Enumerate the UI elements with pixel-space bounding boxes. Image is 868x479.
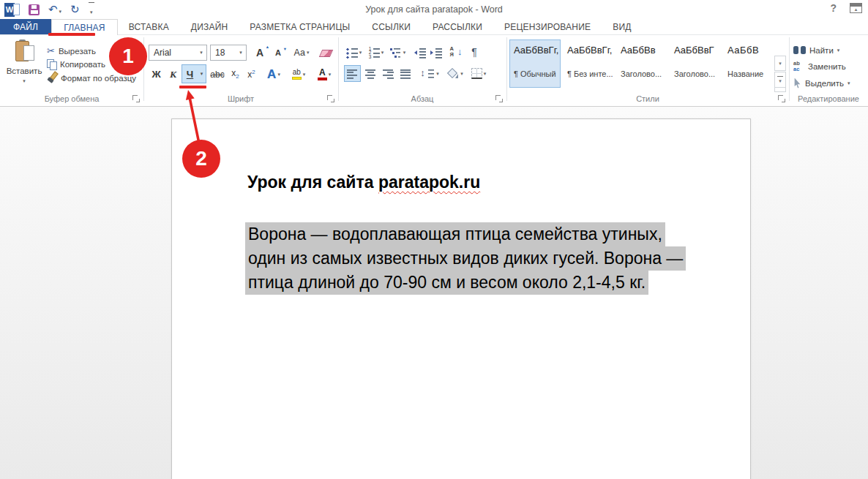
style-title[interactable]: АаБбВ Название — [723, 39, 771, 88]
tab-page-layout[interactable]: РАЗМЕТКА СТРАНИЦЫ — [239, 19, 361, 34]
document-page[interactable]: Урок для сайта paratapok.ru Ворона — вод… — [171, 118, 751, 479]
subscript-button[interactable]: x2 — [228, 66, 243, 83]
line-spacing-button[interactable]: ↕ ▾ — [419, 65, 441, 82]
customize-qat-button[interactable]: ▾ — [89, 2, 94, 17]
font-size-combobox[interactable]: 18 ▾ — [210, 45, 247, 61]
clear-formatting-button[interactable] — [318, 44, 334, 61]
sort-icon: А Я↓ — [450, 46, 463, 58]
cut-button[interactable]: ✂ Вырезать — [47, 45, 96, 57]
align-right-button[interactable] — [380, 65, 397, 82]
styles-scroll-down-icon[interactable]: ▾ — [774, 56, 786, 71]
save-icon[interactable] — [29, 4, 40, 15]
group-editing: Найти ▾ ab ac Заменить Выделить ▾ Редакт… — [789, 35, 868, 106]
text-highlight-button[interactable]: ab ▾ — [287, 66, 310, 83]
selected-paragraph[interactable]: Ворона — водоплавающая птица семейства у… — [248, 222, 750, 295]
justify-icon — [400, 68, 411, 79]
strikethrough-button[interactable]: abc — [208, 66, 227, 83]
ribbon-display-options-icon[interactable]: ▴ — [850, 3, 862, 13]
paragraph-dialog-launcher-icon[interactable] — [495, 95, 503, 102]
paste-dropdown-icon[interactable]: ▾ — [23, 78, 26, 83]
tab-file[interactable]: ФАЙЛ — [0, 19, 51, 34]
format-painter-button[interactable]: Формат по образцу — [47, 72, 136, 84]
align-center-icon — [365, 68, 376, 79]
replace-icon: ab ac — [793, 61, 804, 72]
replace-button[interactable]: ab ac Заменить — [793, 60, 846, 72]
multilevel-list-button[interactable]: ▾ — [388, 45, 408, 60]
bold-button[interactable]: Ж — [149, 66, 164, 83]
font-color-button[interactable]: А ▾ — [313, 66, 336, 83]
bullets-button[interactable]: ▾ — [344, 45, 364, 60]
word-logo-icon: W — [4, 3, 20, 17]
align-right-icon — [383, 68, 394, 79]
paint-bucket-icon — [447, 68, 459, 79]
underline-button[interactable]: Ч ▾ — [182, 64, 206, 83]
style-heading1[interactable]: АаБбВв Заголово... — [616, 39, 667, 88]
pilcrow-icon: ¶ — [471, 46, 477, 58]
paragraph-line[interactable]: птица длиной до 70-90 см и весом около 2… — [245, 271, 648, 295]
document-heading[interactable]: Урок для сайта paratapok.ru — [247, 173, 750, 192]
ribbon-tab-bar: ФАЙЛ ГЛАВНАЯ ВСТАВКА ДИЗАЙН РАЗМЕТКА СТР… — [0, 19, 868, 35]
styles-dialog-launcher-icon[interactable] — [778, 95, 785, 102]
sort-button[interactable]: А Я↓ — [448, 45, 464, 59]
ribbon: Вставить ▾ ✂ Вырезать Копировать Формат … — [0, 35, 868, 107]
font-dialog-launcher-icon[interactable] — [327, 95, 334, 102]
show-paragraph-marks-button[interactable]: ¶ — [467, 45, 482, 59]
styles-more-icon[interactable]: ▾ — [774, 72, 786, 88]
help-icon[interactable]: ? — [830, 2, 837, 14]
binoculars-icon — [793, 45, 806, 55]
text-effects-button[interactable]: А ▾ — [263, 66, 285, 83]
justify-button[interactable] — [397, 65, 414, 82]
numbering-button[interactable]: 1 2 3 ▾ — [366, 45, 386, 60]
shrink-font-button[interactable]: А▾ — [269, 44, 287, 61]
font-size-dropdown-icon[interactable]: ▾ — [236, 50, 246, 56]
window-title: Урок для сайта paratapok - Word — [0, 0, 868, 19]
copy-button[interactable]: Копировать — [47, 58, 105, 70]
find-button[interactable]: Найти ▾ — [793, 44, 839, 56]
document-area: Урок для сайта paratapok.ru Ворона — вод… — [0, 107, 868, 479]
undo-icon: ↶ — [48, 3, 58, 15]
paragraph-line[interactable]: Ворона — водоплавающая птица семейства у… — [245, 222, 665, 246]
italic-button[interactable]: К — [165, 66, 181, 83]
grow-font-button[interactable]: А▴ — [251, 44, 269, 61]
redo-icon[interactable]: ↻ — [70, 4, 80, 15]
change-case-button[interactable]: Aa▾ — [290, 44, 313, 61]
align-left-button[interactable] — [344, 65, 361, 82]
style-no-spacing[interactable]: АаБбВвГг, ¶ Без инте... — [563, 39, 614, 88]
tab-mailings[interactable]: РАССЫЛКИ — [422, 19, 493, 34]
paragraph-line[interactable]: один из самых известных видов диких гусе… — [245, 246, 686, 271]
clipboard-group-label: Буфер обмена — [0, 94, 143, 103]
increase-indent-button[interactable] — [429, 45, 444, 60]
align-center-button[interactable] — [362, 65, 379, 82]
undo-dropdown-icon[interactable]: ▾ — [59, 9, 62, 14]
group-styles: АаБбВвГг, ¶ Обычный АаБбВвГг, ¶ Без инте… — [506, 35, 789, 106]
tab-review[interactable]: РЕЦЕНЗИРОВАНИЕ — [493, 19, 602, 34]
font-name-combobox[interactable]: Arial ▾ — [149, 45, 207, 61]
bullets-icon — [346, 48, 358, 59]
misspelled-word[interactable]: paratapok.ru — [378, 173, 480, 192]
paste-label: Вставить — [5, 67, 43, 75]
superscript-button[interactable]: x2 — [244, 66, 259, 83]
borders-button[interactable]: ▾ — [468, 65, 489, 82]
decrease-indent-button[interactable] — [413, 45, 427, 60]
select-button[interactable]: Выделить ▾ — [793, 77, 850, 89]
underline-dropdown-icon[interactable]: ▾ — [198, 71, 206, 77]
font-name-dropdown-icon[interactable]: ▾ — [196, 50, 206, 56]
undo-button[interactable]: ↶▾ — [48, 3, 61, 16]
group-paragraph: ▾ 1 2 3 ▾ ▾ А Я↓ ¶ — [338, 35, 506, 106]
shading-button[interactable]: ▾ — [445, 65, 465, 82]
borders-icon — [471, 68, 482, 79]
group-clipboard: Вставить ▾ ✂ Вырезать Копировать Формат … — [0, 35, 143, 106]
paste-button[interactable]: Вставить ▾ — [5, 38, 43, 92]
style-normal[interactable]: АаБбВвГг, ¶ Обычный — [509, 39, 561, 88]
align-left-icon — [347, 68, 358, 79]
styles-gallery-scrollbar: ▴ ▾ ▾ — [774, 39, 786, 88]
tab-view[interactable]: ВИД — [602, 19, 642, 34]
tab-home[interactable]: ГЛАВНАЯ — [51, 19, 117, 35]
cursor-arrow-icon — [793, 78, 801, 88]
styles-group-label: Стили — [506, 94, 789, 103]
clipboard-dialog-launcher-icon[interactable] — [132, 95, 140, 102]
tab-design[interactable]: ДИЗАЙН — [180, 19, 239, 34]
tab-references[interactable]: ССЫЛКИ — [361, 19, 422, 34]
style-heading2[interactable]: АаБбВвГ Заголово... — [670, 39, 721, 88]
tab-insert[interactable]: ВСТАВКА — [118, 19, 180, 34]
